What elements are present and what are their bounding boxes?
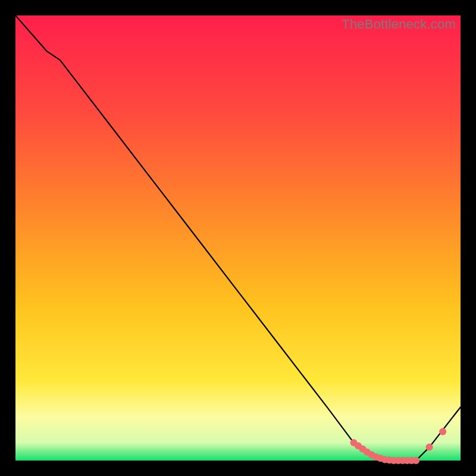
marker-point — [439, 428, 446, 435]
chart-overlay — [15, 15, 461, 461]
attribution-label: TheBottleneck.com — [342, 17, 456, 32]
marker-point — [426, 444, 433, 451]
marker-point — [412, 457, 419, 464]
chart-plot-area: TheBottleneck.com — [15, 15, 461, 461]
marker-group — [350, 428, 447, 464]
chart-stage: TheBottleneck.com — [0, 0, 476, 476]
bottleneck-curve — [15, 15, 461, 461]
